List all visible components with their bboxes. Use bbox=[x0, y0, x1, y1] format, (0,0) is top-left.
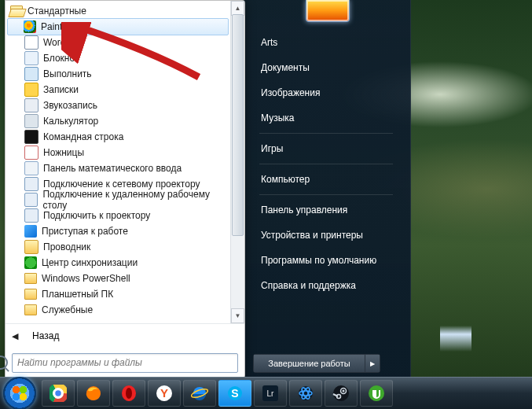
netproj-icon bbox=[24, 177, 39, 191]
firefox-icon[interactable] bbox=[77, 380, 110, 407]
program-item-cmd[interactable]: Командная строка bbox=[8, 129, 230, 145]
program-item-wordpad[interactable]: WordPad bbox=[8, 35, 230, 50]
wordpad-icon bbox=[24, 35, 39, 50]
svg-point-7 bbox=[126, 388, 132, 399]
gettingstarted-icon bbox=[24, 225, 37, 238]
program-label: Подключение к сетевому проектору bbox=[43, 179, 200, 190]
rdp-icon bbox=[24, 193, 38, 207]
run-icon bbox=[24, 67, 39, 81]
program-item-soundrec[interactable]: Звукозапись bbox=[8, 98, 230, 113]
program-label: Центр синхронизации bbox=[42, 257, 138, 268]
program-item-calc[interactable]: Калькулятор bbox=[8, 113, 230, 129]
programs-scrollbar[interactable]: ▲ ▼ bbox=[230, 1, 244, 323]
program-label: Панель математического ввода bbox=[43, 163, 182, 174]
opera-icon[interactable] bbox=[112, 380, 145, 407]
rightcol-link-панель-управления[interactable]: Панель управления bbox=[253, 197, 399, 223]
program-item-snip[interactable]: Ножницы bbox=[8, 145, 230, 160]
rightcol-link-музыка[interactable]: Музыка bbox=[253, 105, 399, 131]
rightcol-link-документы[interactable]: Документы bbox=[253, 55, 399, 80]
rightcol-link-arts[interactable]: Arts bbox=[253, 30, 399, 55]
search-input[interactable] bbox=[12, 353, 238, 373]
folder-icon bbox=[24, 273, 37, 284]
rightcol-link-изображения[interactable]: Изображения bbox=[253, 80, 399, 105]
utorrent-icon[interactable] bbox=[360, 380, 393, 407]
program-label: Paint bbox=[41, 21, 62, 32]
rightcol-link-программы-по-умолчанию[interactable]: Программы по умолчанию bbox=[253, 248, 399, 273]
subfolder-служебные[interactable]: Служебные bbox=[8, 302, 230, 318]
svg-text:S: S bbox=[231, 387, 238, 400]
folder-label: Стандартные bbox=[28, 6, 86, 17]
scroll-thumb[interactable] bbox=[232, 14, 244, 236]
folder-icon bbox=[24, 289, 37, 300]
program-item-paint[interactable]: Paint bbox=[7, 18, 229, 35]
svg-point-22 bbox=[343, 390, 345, 392]
program-label: Звукозапись bbox=[43, 100, 97, 111]
subfolder-планшетный-пк[interactable]: Планшетный ПК bbox=[8, 286, 230, 302]
cmd-icon bbox=[24, 130, 39, 144]
programs-list: Стандартные PaintWordPadБлокнотВыполнить… bbox=[6, 1, 230, 323]
rightcol-link-игры[interactable]: Игры bbox=[253, 136, 399, 161]
rightcol-link-компьютер[interactable]: Компьютер bbox=[253, 167, 399, 192]
paint-icon bbox=[24, 20, 36, 33]
battlenet-icon[interactable] bbox=[289, 380, 322, 407]
program-item-run[interactable]: Выполнить bbox=[8, 66, 230, 82]
shutdown-button[interactable]: Завершение работы bbox=[254, 355, 365, 372]
back-arrow-icon: ◀ bbox=[12, 331, 18, 341]
scroll-down-button[interactable]: ▼ bbox=[231, 308, 244, 323]
folder-label: Windows PowerShell bbox=[42, 273, 130, 284]
rightcol-link-устройства-и-принтеры[interactable]: Устройства и принтеры bbox=[253, 223, 399, 248]
start-menu-right-column: ArtsДокументыИзображенияМузыкаИгрыКомпью… bbox=[253, 30, 399, 298]
ie-icon[interactable] bbox=[183, 380, 216, 407]
program-label: Ножницы bbox=[43, 147, 84, 158]
subfolder-windows-powershell[interactable]: Windows PowerShell bbox=[8, 271, 230, 286]
start-menu: Стандартные PaintWordPadБлокнотВыполнить… bbox=[5, 0, 245, 378]
shutdown-options-dropdown[interactable]: ▶ bbox=[365, 355, 380, 372]
program-label: Приступая к работе bbox=[42, 226, 128, 237]
chrome-icon[interactable] bbox=[42, 380, 75, 407]
folder-accessories[interactable]: Стандартные bbox=[8, 3, 230, 19]
explorer-icon bbox=[24, 240, 39, 254]
steam-icon[interactable] bbox=[325, 380, 358, 407]
user-picture[interactable] bbox=[306, 0, 350, 22]
separator bbox=[259, 133, 393, 134]
program-item-sticky[interactable]: Записки bbox=[8, 82, 230, 98]
program-item-mathpanel[interactable]: Панель математического ввода bbox=[8, 160, 230, 176]
program-item-gettingstarted[interactable]: Приступая к работе bbox=[8, 223, 230, 239]
svg-text:Y: Y bbox=[160, 386, 168, 400]
program-label: Блокнот bbox=[43, 53, 79, 64]
snip-icon bbox=[24, 146, 39, 160]
program-item-sync[interactable]: Центр синхронизации bbox=[8, 255, 230, 271]
back-label: Назад bbox=[32, 330, 59, 341]
notepad-icon bbox=[24, 51, 39, 65]
back-button[interactable]: ◀ Назад bbox=[6, 323, 244, 348]
folder-label: Планшетный ПК bbox=[42, 289, 113, 300]
mathpanel-icon bbox=[24, 161, 39, 175]
yandex-icon[interactable]: Y bbox=[148, 380, 181, 407]
program-label: Подключение к удаленному рабочему столу bbox=[42, 189, 230, 211]
shutdown-split-button[interactable]: Завершение работы ▶ bbox=[253, 354, 380, 373]
sync-icon bbox=[24, 256, 37, 269]
skype-icon[interactable]: S bbox=[218, 380, 251, 407]
proj-icon bbox=[24, 208, 39, 223]
svg-point-4 bbox=[55, 390, 62, 397]
folder-open-icon bbox=[10, 6, 23, 17]
program-label: Подключить к проектору bbox=[43, 210, 150, 221]
folder-label: Служебные bbox=[42, 304, 93, 315]
lightroom-icon[interactable]: Lr bbox=[254, 380, 287, 407]
sticky-icon bbox=[24, 83, 39, 97]
program-label: Записки bbox=[43, 84, 79, 95]
program-label: Проводник bbox=[43, 241, 90, 252]
program-label: WordPad bbox=[43, 37, 83, 48]
svg-text:Lr: Lr bbox=[267, 389, 275, 398]
rightcol-link-справка-и-поддержка[interactable]: Справка и поддержка bbox=[253, 273, 399, 298]
program-item-rdp[interactable]: Подключение к удаленному рабочему столу bbox=[8, 192, 230, 208]
program-item-explorer[interactable]: Проводник bbox=[8, 239, 230, 255]
program-item-notepad[interactable]: Блокнот bbox=[8, 50, 230, 66]
program-label: Выполнить bbox=[43, 68, 92, 79]
separator bbox=[259, 164, 393, 164]
search-icon bbox=[0, 356, 8, 370]
start-orb[interactable] bbox=[3, 377, 36, 409]
folder-icon bbox=[24, 304, 37, 315]
program-label: Калькулятор bbox=[43, 116, 98, 127]
taskbar: Y S Lr bbox=[0, 377, 532, 409]
